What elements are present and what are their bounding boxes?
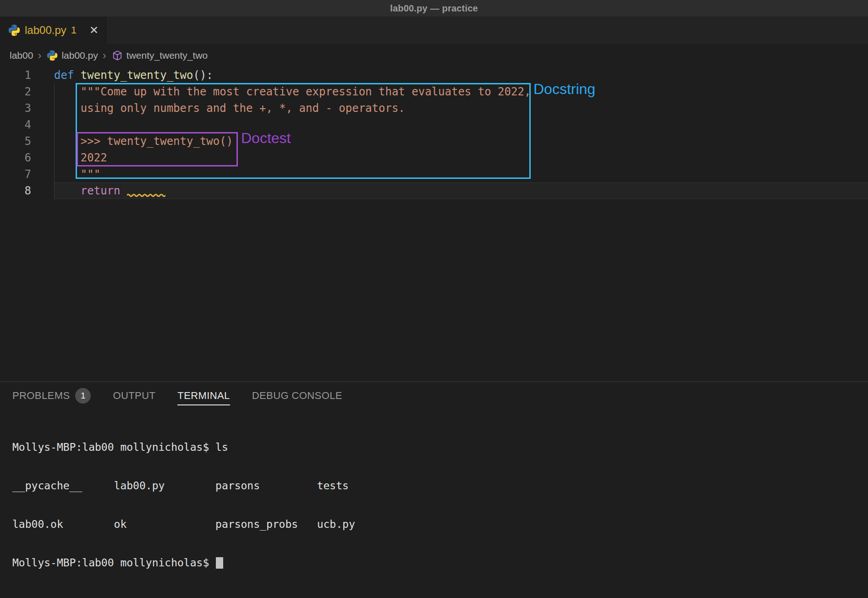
tab-problem-count: 1 xyxy=(71,24,77,36)
code-line-1[interactable]: 1 def twenty_twenty_two(): xyxy=(0,67,868,83)
panel-tab-label: TERMINAL xyxy=(177,390,230,402)
breadcrumb-file[interactable]: lab00.py xyxy=(61,50,98,61)
panel-tab-label: PROBLEMS xyxy=(12,390,70,402)
line-number: 1 xyxy=(0,69,54,82)
tab-output[interactable]: OUTPUT xyxy=(113,390,155,405)
keyword-return: return xyxy=(81,184,121,197)
code-line-8[interactable]: 8 return xyxy=(0,183,868,199)
editor-tab-strip: lab00.py 1 ✕ xyxy=(0,17,868,44)
breadcrumb-symbol[interactable]: twenty_twenty_two xyxy=(126,50,208,61)
panel-tab-bar: PROBLEMS 1 OUTPUT TERMINAL DEBUG CONSOLE xyxy=(0,382,868,413)
terminal-prompt-line: Mollys-MBP:lab00 mollynicholas$ xyxy=(12,556,868,569)
symbol-cube-icon xyxy=(112,50,123,61)
tab-close-icon[interactable]: ✕ xyxy=(89,24,99,37)
line-number: 4 xyxy=(0,118,54,131)
python-icon xyxy=(47,50,58,61)
function-name: twenty_twenty_two xyxy=(81,69,193,82)
line-number: 6 xyxy=(0,151,54,164)
line-number: 5 xyxy=(0,135,54,148)
chevron-right-icon: › xyxy=(103,50,106,61)
panel-tab-label: OUTPUT xyxy=(113,390,155,402)
breadcrumb-folder[interactable]: lab00 xyxy=(10,50,33,61)
tab-debug-console[interactable]: DEBUG CONSOLE xyxy=(252,390,342,405)
code-line-7[interactable]: 7 """ xyxy=(0,166,868,183)
code-editor[interactable]: 1 def twenty_twenty_two(): 2 """Come up … xyxy=(0,67,868,382)
line-number: 8 xyxy=(0,184,54,197)
doctest-result-text: 2022 xyxy=(54,151,107,164)
docstring-text: using only numbers and the +, *, and - o… xyxy=(54,102,405,115)
indent xyxy=(54,184,81,197)
space xyxy=(121,184,127,197)
bottom-panel: PROBLEMS 1 OUTPUT TERMINAL DEBUG CONSOLE… xyxy=(0,382,868,595)
missing-expression-squiggle xyxy=(127,188,165,201)
terminal-line: lab00.ok ok parsons_probs ucb.py xyxy=(12,518,868,531)
code-text: (): xyxy=(193,69,213,82)
docstring-text: """Come up with the most creative expres… xyxy=(54,85,531,98)
terminal-line: Mollys-MBP:lab00 mollynicholas$ ls xyxy=(12,441,868,454)
code-line-6[interactable]: 6 2022 xyxy=(0,150,868,166)
code-line-5[interactable]: 5 >>> twenty_twenty_two() xyxy=(0,133,868,150)
tab-problems[interactable]: PROBLEMS 1 xyxy=(12,388,91,407)
code-line-3[interactable]: 3 using only numbers and the +, *, and -… xyxy=(0,100,868,116)
indent-guide xyxy=(54,83,55,199)
keyword-def: def xyxy=(54,69,81,82)
code-line-4[interactable]: 4 xyxy=(0,116,868,133)
window-title: lab00.py — practice xyxy=(390,3,478,14)
window-titlebar: lab00.py — practice xyxy=(0,0,868,17)
python-icon xyxy=(8,24,20,36)
terminal-output[interactable]: Mollys-MBP:lab00 mollynicholas$ ls __pyc… xyxy=(0,413,868,595)
docstring-close-text: """ xyxy=(54,168,100,181)
line-number: 7 xyxy=(0,168,54,181)
terminal-line: __pycache__ lab00.py parsons tests xyxy=(12,479,868,492)
docstring-annotation-label: Docstring xyxy=(533,81,595,98)
tab-filename: lab00.py xyxy=(25,24,66,37)
doctest-annotation-label: Doctest xyxy=(241,130,291,147)
chevron-right-icon: › xyxy=(38,50,41,61)
doctest-call-text: >>> twenty_twenty_two() xyxy=(54,135,233,148)
tab-terminal[interactable]: TERMINAL xyxy=(177,390,230,405)
tab-lab00-py[interactable]: lab00.py 1 ✕ xyxy=(0,17,106,44)
terminal-cursor xyxy=(216,557,223,569)
problems-count-badge: 1 xyxy=(75,388,91,404)
line-number: 2 xyxy=(0,85,54,98)
line-number: 3 xyxy=(0,102,54,115)
panel-tab-label: DEBUG CONSOLE xyxy=(252,390,342,402)
code-line-2[interactable]: 2 """Come up with the most creative expr… xyxy=(0,83,868,100)
breadcrumb: lab00 › lab00.py › twenty_twenty_two xyxy=(0,44,868,67)
